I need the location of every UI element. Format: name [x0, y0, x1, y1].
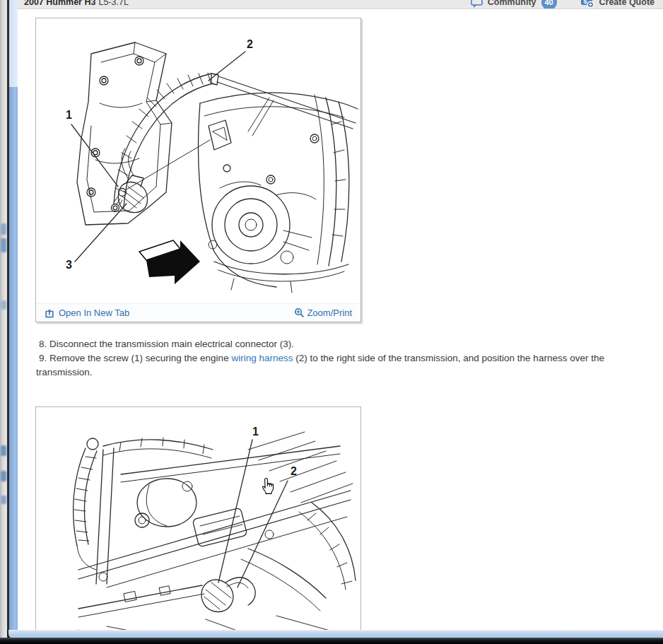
page-viewport: 2007 Hummer H3L5-3.7L Community 40 $ [18, 0, 663, 644]
open-in-new-tab-label: Open In New Tab [59, 308, 129, 318]
step-9: 9. Remove the screw (1) securing the eng… [36, 351, 633, 380]
open-in-new-tab-icon [45, 308, 54, 318]
callout-1: 1 [66, 109, 72, 121]
screenshot-root: 2007 Hummer H3L5-3.7L Community 40 $ [0, 0, 663, 644]
browser-window-left-border [9, 0, 18, 631]
create-quote-label: Create Quote [599, 0, 655, 7]
page-title: 2007 Hummer H3L5-3.7L [24, 0, 129, 7]
background-window-edge [0, 0, 7, 638]
instruction-steps: 8. Disconnect the transmission main elec… [36, 337, 633, 380]
community-button[interactable]: Community [488, 0, 536, 7]
header-row: 2007 Hummer H3L5-3.7L Community 40 $ [18, 0, 663, 9]
wiring-harness-link[interactable]: wiring harness [231, 353, 293, 363]
callout-2: 2 [247, 38, 253, 50]
figure-transmission-connector: 2 1 3 [35, 18, 361, 322]
zoom-magnifier-icon [294, 308, 305, 318]
figure1-toolbar: Open In New Tab Zoom/Print [36, 303, 360, 322]
community-count-badge[interactable]: 40 [541, 0, 557, 9]
background-content-smudge [1, 238, 6, 252]
vehicle-title: 2007 Hummer H3 [24, 0, 95, 7]
transmission-diagram-1: 2 1 3 [36, 18, 360, 303]
create-quote-icon: $ [580, 0, 594, 8]
create-quote-button[interactable]: $ Create Quote [580, 0, 655, 8]
step-8: 8. Disconnect the transmission main elec… [36, 337, 633, 351]
window-border-light-segment [9, 0, 18, 87]
taskbar-edge [0, 638, 663, 644]
background-content-smudge [1, 223, 6, 235]
open-in-new-tab-link[interactable]: Open In New Tab [45, 308, 129, 318]
page-header: 2007 Hummer H3L5-3.7L Community 40 $ [18, 0, 663, 9]
background-content-smudge [1, 300, 6, 310]
svg-text:$: $ [583, 0, 587, 4]
background-content-smudge [1, 471, 6, 481]
zoom-print-label: Zoom/Print [307, 308, 352, 318]
chat-bubble-icon [471, 0, 483, 8]
background-content-smudge [1, 445, 6, 456]
callout-1: 1 [252, 426, 259, 438]
window-border-blue-segment [9, 87, 18, 631]
figure-harness-screw: 1 2 [35, 406, 361, 640]
zoom-print-link[interactable]: Zoom/Print [294, 308, 352, 318]
header-actions: Community 40 $ Create Quote [471, 0, 655, 9]
transmission-diagram-2: 1 2 [36, 407, 360, 640]
background-content-smudge [1, 496, 6, 504]
engine-label: L5-3.7L [98, 0, 128, 7]
callout-3: 3 [66, 259, 72, 271]
